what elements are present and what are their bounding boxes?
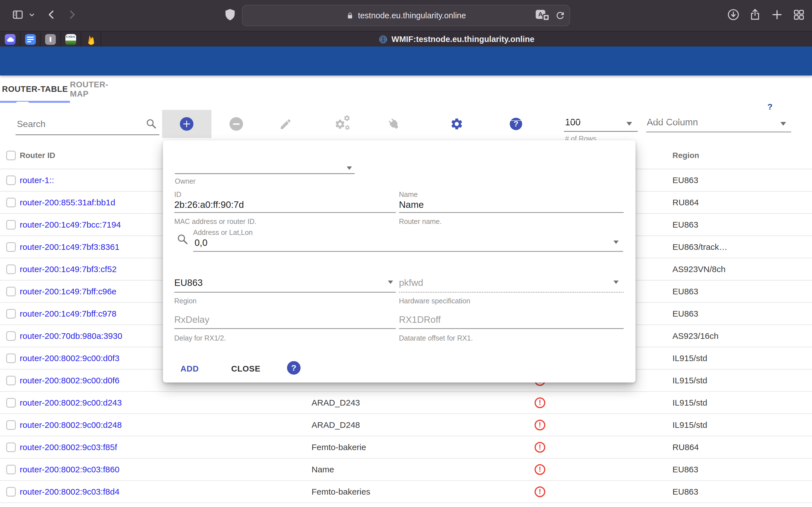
new-tab-icon[interactable] [770,8,783,21]
router-id-link[interactable]: router-200:8002:9c03:f8d4 [20,487,119,497]
pinned-tab-firebase[interactable] [81,32,101,47]
router-id-link[interactable]: router-200:8002:9c00:d0f3 [20,353,119,363]
share-icon[interactable] [749,8,762,21]
forward-button-icon[interactable] [66,9,78,20]
row-checkbox[interactable] [6,309,16,319]
router-id-link[interactable]: router-200:70db:980a:3930 [20,331,122,341]
column-header-router-id[interactable]: Router ID [20,151,55,160]
downloads-icon[interactable] [727,8,740,21]
error-icon[interactable]: ! [535,464,545,475]
edit-icon[interactable] [279,118,292,131]
close-button[interactable]: CLOSE [231,364,260,374]
router-id-link[interactable]: router-200:8002:9c03:f860 [20,465,119,474]
tab-router-table[interactable]: ROUTER-TABLE [0,75,70,103]
dialog-help-icon[interactable]: ? [287,361,301,375]
usda-icon: USDA [65,34,76,45]
router-id-link[interactable]: router-200:8002:9c03:f85f [20,443,117,452]
owner-chevron-icon[interactable] [347,166,352,170]
browser-tab-bar: USDA WMIF:testnode.eu.thingularity.onlin… [0,31,812,47]
hardware-select[interactable]: pkfwd [399,277,423,288]
row-checkbox[interactable] [6,265,16,274]
pinned-tab-icloud[interactable] [0,32,20,47]
region-select[interactable]: EU863 [174,277,203,288]
translate-icon[interactable]: A ✱ [536,9,550,22]
row-checkbox[interactable] [6,398,16,407]
pinned-tab-usda[interactable]: USDA [61,32,81,47]
row-checkbox[interactable] [6,220,16,230]
connect-plug-icon[interactable] [384,114,404,134]
router-id-link[interactable]: router-200:1c49:7bff:c96e [20,287,116,296]
back-button-icon[interactable] [46,9,57,20]
chevron-down-icon [673,104,678,108]
hardware-helper: Hardware specification [399,297,470,305]
row-checkbox[interactable] [6,175,16,185]
row-checkbox[interactable] [6,443,16,452]
region-chevron-icon[interactable] [388,281,393,284]
settings-gear-icon[interactable] [450,117,463,131]
row-checkbox[interactable] [6,198,16,207]
router-id-link[interactable]: router-200:8002:9c00:d248 [20,420,122,430]
router-id-link[interactable]: router-1:: [20,175,54,185]
name-label: Name [399,190,418,199]
router-id-link[interactable]: router-200:8002:9c00:d0f6 [20,376,119,385]
app-header: Routers Admin ? [0,47,812,75]
search-input[interactable]: Search [17,119,45,129]
row-checkbox[interactable] [6,242,16,252]
name-input[interactable]: Name [399,200,424,210]
remove-router-button[interactable] [230,117,243,131]
error-icon[interactable]: ! [535,442,545,453]
add-router-dialog: Owner ID 2b:26:a0:ff:90:7d MAC address o… [163,140,636,383]
bulk-config-gears-icon[interactable] [335,114,354,134]
globe-favicon [378,35,388,44]
sidebar-toggle-icon[interactable] [11,8,24,21]
refresh-icon[interactable] [704,100,717,113]
id-label: ID [174,190,181,199]
name-helper: Router name. [399,217,442,226]
menu-icon[interactable] [16,102,29,113]
router-id-link[interactable]: router-200:1c49:7bff:c978 [20,309,116,319]
row-checkbox[interactable] [6,376,16,385]
account-select[interactable]: Admin [499,98,682,121]
rx1droff-helper: Datarate offset for RX1. [399,334,473,342]
router-id-link[interactable]: router-200:1c49:7bf3:cf52 [20,265,117,274]
id-input[interactable]: 2b:26:a0:ff:90:7d [174,200,244,210]
info-bar-icon [45,34,56,45]
error-icon[interactable]: ! [535,397,545,408]
pinned-tab-docs[interactable] [20,32,40,47]
error-icon[interactable]: ! [535,487,545,497]
hardware-chevron-icon[interactable] [613,281,619,284]
router-id-link[interactable]: router-200:1c49:7bf3:8361 [20,242,119,252]
lock-icon [346,11,354,19]
address-input[interactable]: 0,0 [195,237,207,248]
active-tab-title: WMIF:testnode.eu.thingularity.online [392,35,535,44]
router-id-link[interactable]: router-200:8002:9c00:d243 [20,398,122,407]
reload-icon[interactable] [555,10,566,21]
row-checkbox[interactable] [6,353,16,363]
address-chevron-icon[interactable] [613,240,619,244]
sidebar-chevron-icon[interactable] [28,11,36,18]
rx1droff-input[interactable]: RX1DRoff [399,314,441,325]
page-title: Routers [61,102,99,114]
privacy-shield-icon[interactable] [223,8,237,21]
table-row: router-200:8002:9c00:d248ARAD_D248!IL915… [0,414,812,436]
add-button[interactable]: ADD [181,364,199,374]
document-lines-icon [25,34,36,45]
select-all-checkbox[interactable] [6,151,16,160]
router-id-link[interactable]: router-200:1c49:7bcc:7194 [20,220,121,230]
active-tab[interactable]: WMIF:testnode.eu.thingularity.online [101,32,812,47]
router-id-link[interactable]: router-200:855:31af:bb1d [20,198,115,207]
error-icon[interactable]: ! [535,420,545,431]
row-checkbox[interactable] [6,465,16,474]
row-checkbox[interactable] [6,420,16,430]
address-bar[interactable]: testnode.eu.thingularity.online A ✱ [242,5,570,26]
row-checkbox[interactable] [6,287,16,296]
add-router-button[interactable] [180,117,193,131]
row-checkbox[interactable] [6,487,16,497]
rxdelay-input[interactable]: RxDelay [174,314,209,325]
tab-router-map[interactable]: ROUTER-MAP [70,75,126,103]
column-header-region[interactable]: Region [672,151,699,160]
pinned-tab-info[interactable] [40,32,60,47]
row-checkbox[interactable] [6,331,16,341]
tab-overview-icon[interactable] [792,8,805,21]
header-help-icon[interactable]: ? [763,100,776,113]
